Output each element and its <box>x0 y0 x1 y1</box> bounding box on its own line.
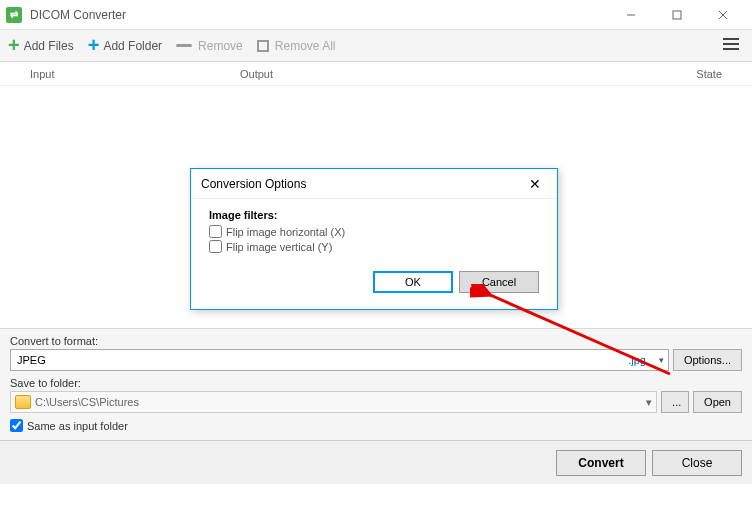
save-folder-label: Save to folder: <box>10 377 742 389</box>
maximize-button[interactable] <box>654 1 700 29</box>
image-filters-label: Image filters: <box>209 209 539 221</box>
plus-icon: + <box>8 34 20 57</box>
format-dropdown[interactable]: JPEG .jpg ▾ <box>10 349 669 371</box>
remove-label: Remove <box>198 39 243 53</box>
folder-path-input[interactable]: C:\Users\CS\Pictures ▾ <box>10 391 657 413</box>
remove-all-button: Remove All <box>257 39 336 53</box>
remove-button: Remove <box>176 39 243 53</box>
toolbar: +Add Files +Add Folder Remove Remove All <box>0 30 752 62</box>
conversion-options-dialog: Conversion Options ✕ Image filters: Flip… <box>190 168 558 310</box>
square-icon <box>257 40 269 52</box>
svg-rect-1 <box>673 11 681 19</box>
format-extension: .jpg <box>628 354 646 366</box>
window-controls <box>608 1 746 29</box>
minus-icon <box>176 44 192 47</box>
titlebar: ⇄ DICOM Converter <box>0 0 752 30</box>
add-folder-button[interactable]: +Add Folder <box>88 34 162 57</box>
folder-path-text: C:\Users\CS\Pictures <box>35 396 139 408</box>
convert-format-label: Convert to format: <box>10 335 742 347</box>
options-button[interactable]: Options... <box>673 349 742 371</box>
flip-horizontal-checkbox[interactable] <box>209 225 222 238</box>
convert-button[interactable]: Convert <box>556 450 646 476</box>
close-button[interactable] <box>700 1 746 29</box>
column-output: Output <box>240 68 672 80</box>
folder-icon <box>15 395 31 409</box>
flip-horizontal-label: Flip image horizontal (X) <box>226 226 345 238</box>
bottom-panel: Convert to format: JPEG .jpg ▾ Options..… <box>0 328 752 440</box>
dialog-title: Conversion Options <box>201 177 306 191</box>
add-folder-label: Add Folder <box>103 39 162 53</box>
column-headers: Input Output State <box>0 62 752 86</box>
plus-icon: + <box>88 34 100 57</box>
add-files-button[interactable]: +Add Files <box>8 34 74 57</box>
flip-vertical-row[interactable]: Flip image vertical (Y) <box>209 240 539 253</box>
column-input: Input <box>30 68 240 80</box>
ok-button[interactable]: OK <box>373 271 453 293</box>
window-title: DICOM Converter <box>30 8 608 22</box>
same-as-input-row[interactable]: Same as input folder <box>10 419 742 432</box>
column-state: State <box>672 68 722 80</box>
flip-horizontal-row[interactable]: Flip image horizontal (X) <box>209 225 539 238</box>
close-app-button[interactable]: Close <box>652 450 742 476</box>
footer: Convert Close <box>0 440 752 484</box>
flip-vertical-checkbox[interactable] <box>209 240 222 253</box>
same-as-input-label: Same as input folder <box>27 420 128 432</box>
dialog-close-button[interactable]: ✕ <box>523 176 547 192</box>
cancel-button[interactable]: Cancel <box>459 271 539 293</box>
open-folder-button[interactable]: Open <box>693 391 742 413</box>
minimize-button[interactable] <box>608 1 654 29</box>
menu-button[interactable] <box>718 33 744 59</box>
dialog-titlebar: Conversion Options ✕ <box>191 169 557 199</box>
app-icon: ⇄ <box>6 7 22 23</box>
chevron-down-icon: ▾ <box>646 396 652 409</box>
add-files-label: Add Files <box>24 39 74 53</box>
format-name: JPEG <box>17 354 46 366</box>
browse-button[interactable]: ... <box>661 391 689 413</box>
remove-all-label: Remove All <box>275 39 336 53</box>
flip-vertical-label: Flip image vertical (Y) <box>226 241 332 253</box>
chevron-down-icon: ▾ <box>659 355 664 365</box>
same-as-input-checkbox[interactable] <box>10 419 23 432</box>
